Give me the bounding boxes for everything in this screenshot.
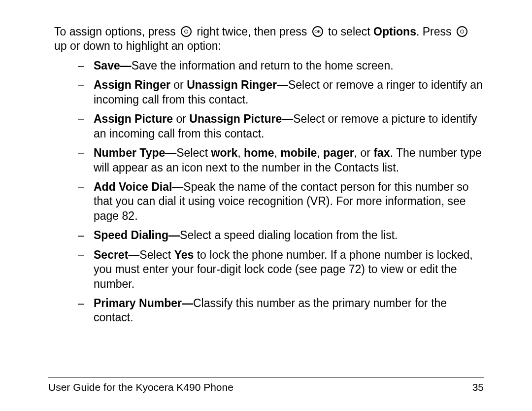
option-value: pager [323,146,354,159]
intro-period: . [416,25,423,38]
list-item: Speed Dialing—Select a speed dialing loc… [78,228,484,242]
option-name: Speed Dialing— [94,229,180,241]
list-item: Number Type—Select work, home, mobile, p… [78,146,484,175]
list-item: Add Voice Dial—Speak the name of the con… [78,180,484,223]
option-name: Assign Picture [94,112,173,125]
ok-key-icon: OK [312,26,323,37]
list-item: Secret—Select Yes to lock the phone numb… [78,248,484,291]
intro-paragraph: To assign options, press right twice, th… [54,25,484,54]
nav-key-icon [457,26,467,37]
option-text: or [170,78,187,91]
option-name: Primary Number— [94,297,193,309]
document-page: To assign options, press right twice, th… [0,0,532,411]
option-value: mobile [280,146,317,159]
intro-text-b: right twice, then press [197,25,310,38]
list-item: Save—Save the information and return to … [78,59,484,73]
footer-page-number: 35 [472,381,484,393]
option-sep: , [237,146,244,159]
option-value: Yes [174,248,194,261]
list-item: Assign Ringer or Unassign Ringer—Select … [78,78,484,107]
option-text: or [173,112,189,125]
nav-key-icon [181,26,192,37]
option-sep: , [274,146,280,159]
option-sep: , [317,146,323,159]
option-name: Save— [94,59,132,72]
option-name-alt: Unassign Picture— [189,112,293,125]
list-item: Primary Number—Classify this number as t… [78,296,484,325]
options-list: Save—Save the information and return to … [54,59,484,325]
intro-text-a: To assign options, press [54,25,179,38]
intro-text-c: to select [328,25,373,38]
option-name: Add Voice Dial— [94,180,183,193]
option-name-alt: Unassign Ringer— [187,78,288,91]
option-value: home [244,146,274,159]
intro-text-d: Press [423,25,455,38]
intro-options-bold: Options [373,25,416,38]
list-item: Assign Picture or Unassign Picture—Selec… [78,112,484,141]
option-value: fax [373,146,390,159]
option-name: Number Type— [94,146,176,159]
page-footer: User Guide for the Kyocera K490 Phone 35 [48,377,484,393]
footer-title: User Guide for the Kyocera K490 Phone [48,381,233,393]
option-name: Secret— [94,248,139,261]
option-text: Select [176,146,211,159]
option-sep: , or [354,146,374,159]
intro-text-e: up or down to highlight an option: [54,39,221,52]
option-name: Assign Ringer [94,78,170,91]
option-text: Select [139,248,174,261]
option-value: work [211,146,238,159]
option-desc: Save the information and return to the h… [132,59,394,72]
option-desc: Select a speed dialing location from the… [180,229,398,241]
